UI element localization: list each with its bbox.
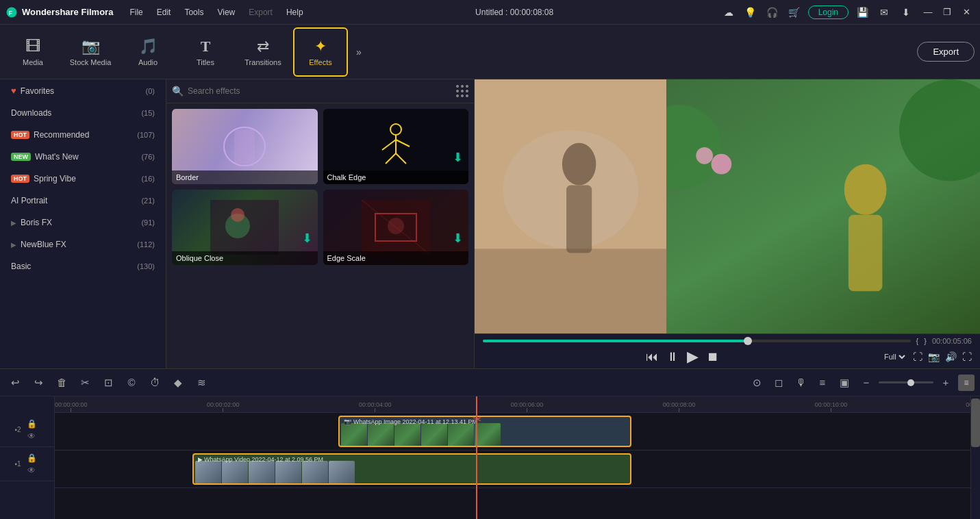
lock-icon[interactable]: 🔒 xyxy=(27,419,37,429)
sidebar-item-count: (130) xyxy=(137,262,155,270)
zoom-in-icon[interactable]: + xyxy=(936,373,955,392)
search-input[interactable] xyxy=(188,86,452,96)
export-button[interactable]: Export xyxy=(917,42,975,62)
menu-export[interactable]: Export xyxy=(243,6,278,18)
download-icon[interactable]: ⬇ xyxy=(453,231,463,246)
timeline-right-controls: ⊙ ◻ 🎙 ≡ ▣ − + ≡ xyxy=(747,373,975,392)
sidebar-item-spring-vibe[interactable]: HOT Spring Vibe (16) xyxy=(3,168,163,189)
redo-button[interactable]: ↪ xyxy=(29,373,48,392)
sidebar-item-boris-fx[interactable]: ▶ Boris FX (91) xyxy=(3,212,163,233)
playback-controls: ⏮ ⏸ ▶ ⏹ xyxy=(483,348,881,366)
quality-select[interactable]: Full 1/2 1/4 xyxy=(881,352,907,362)
menu-edit[interactable]: Edit xyxy=(151,6,177,18)
maximize-button[interactable]: ❐ xyxy=(939,4,955,21)
sidebar-item-basic[interactable]: Basic (130) xyxy=(3,256,163,277)
effect-card-chalk-edge[interactable]: ⬇ Chalk Edge xyxy=(323,109,469,184)
bracket-open: { xyxy=(916,337,919,345)
download-icon[interactable]: ⬇ xyxy=(453,150,463,165)
volume-icon[interactable]: 🔊 xyxy=(945,351,957,362)
download-icon[interactable]: ⬇ xyxy=(302,231,312,246)
sidebar-item-count: (91) xyxy=(141,218,155,227)
stop-button[interactable]: ⏹ xyxy=(707,350,719,364)
ruler-spacer xyxy=(0,396,54,413)
menu-view[interactable]: View xyxy=(212,6,240,18)
play-button[interactable]: ▶ xyxy=(687,348,699,366)
effects-search-bar: 🔍 xyxy=(166,79,474,103)
sidebar-item-ai-portrait[interactable]: AI Portrait (21) xyxy=(3,190,163,211)
download-icon[interactable]: ⬇ xyxy=(898,4,914,21)
bracket-close: } xyxy=(924,337,927,345)
eye-icon[interactable]: 👁 xyxy=(27,431,36,441)
sidebar-item-recommended[interactable]: HOT Recommended (107) xyxy=(3,125,163,145)
svg-point-16 xyxy=(388,218,404,234)
toolbar-expand[interactable]: » xyxy=(351,47,367,58)
mic-icon[interactable]: 🎙 xyxy=(791,373,810,392)
undo-button[interactable]: ↩ xyxy=(5,373,25,392)
search-icon: 🔍 xyxy=(172,86,184,97)
side-scrollbar-thumb[interactable] xyxy=(971,398,980,448)
save-icon[interactable]: 💾 xyxy=(854,4,870,21)
delete-button[interactable]: 🗑 xyxy=(52,373,71,392)
effect-card-border[interactable]: Border xyxy=(172,109,318,184)
crop-button[interactable]: ⊡ xyxy=(99,373,118,392)
titles-tool[interactable]: T Titles xyxy=(178,27,233,77)
track-1-index: ▪1 xyxy=(14,460,21,468)
caption-icon[interactable]: ≡ xyxy=(813,373,832,392)
timeline-clip-image[interactable]: 📷 WhatsApp Image 2022-04-11 at 12.13.41 … xyxy=(338,416,631,447)
zoom-out-icon[interactable]: − xyxy=(857,373,876,392)
ruler-tick: 00:00:12:00 xyxy=(966,401,970,412)
lock-icon[interactable]: 🔒 xyxy=(27,453,37,463)
heart-icon: ♥ xyxy=(11,86,16,96)
bulb-icon[interactable]: 💡 xyxy=(742,4,759,21)
media-tool[interactable]: 🎞 Media xyxy=(5,27,60,77)
headset-icon[interactable]: 🎧 xyxy=(764,4,781,21)
effects-grid: Border ⬇ Chalk Edge xyxy=(166,103,474,270)
step-back-button[interactable]: ⏸ xyxy=(666,350,679,364)
skip-back-button[interactable]: ⏮ xyxy=(646,350,658,364)
sidebar-item-newblue-fx[interactable]: ▶ NewBlue FX (112) xyxy=(3,234,163,255)
zoom-slider[interactable] xyxy=(879,381,933,383)
progress-bar[interactable] xyxy=(483,340,911,342)
audio-button[interactable]: ≋ xyxy=(192,373,211,392)
close-button[interactable]: ✕ xyxy=(958,4,975,21)
view-toggle[interactable]: ≡ xyxy=(958,375,975,391)
copy-button[interactable]: © xyxy=(122,373,141,392)
marker-button[interactable]: ◆ xyxy=(168,373,188,392)
svg-point-27 xyxy=(696,147,714,164)
transitions-tool[interactable]: ⇄ Transitions xyxy=(236,27,290,77)
cut-button[interactable]: ✂ xyxy=(75,373,95,392)
menu-tools[interactable]: Tools xyxy=(179,6,209,18)
menu-help[interactable]: Help xyxy=(281,6,309,18)
timeline-side-scrollbar[interactable] xyxy=(970,396,980,519)
shield-icon[interactable]: ◻ xyxy=(769,373,788,392)
timeline-clip-video[interactable]: ▶ WhatsApp Video 2022-04-12 at 2.09.56 P… xyxy=(192,453,632,485)
svg-text:F: F xyxy=(9,9,13,16)
timer-button[interactable]: ⏱ xyxy=(145,373,164,392)
fullscreen-icon[interactable]: ⛶ xyxy=(913,351,922,362)
login-button[interactable]: Login xyxy=(808,5,849,19)
menu-file[interactable]: File xyxy=(124,6,148,18)
cloud-icon[interactable]: ☁ xyxy=(720,4,737,21)
audio-tool[interactable]: 🎵 Audio xyxy=(121,27,175,77)
mail-icon[interactable]: ✉ xyxy=(876,4,892,21)
minimize-button[interactable]: — xyxy=(920,4,936,21)
sidebar-item-favorites[interactable]: ♥ Favorites (0) xyxy=(3,80,163,101)
scene-detect-icon[interactable]: ⊙ xyxy=(747,373,766,392)
settings-icon[interactable]: ⛶ xyxy=(962,351,972,362)
pip-icon[interactable]: ▣ xyxy=(835,373,854,392)
eye-icon[interactable]: 👁 xyxy=(27,466,36,475)
screenshot-icon[interactable]: 📷 xyxy=(928,351,940,362)
grid-view-icon[interactable] xyxy=(456,85,468,97)
effect-card-oblique-close[interactable]: ⬇ Oblique Close xyxy=(172,190,318,265)
sidebar-item-whats-new[interactable]: NEW What's New (76) xyxy=(3,147,163,167)
cart-icon[interactable]: 🛒 xyxy=(786,4,803,21)
effect-card-edge-scale[interactable]: ⬇ Edge Scale xyxy=(323,190,469,265)
sidebar-item-downloads[interactable]: Downloads (15) xyxy=(3,103,163,123)
hot-badge: HOT xyxy=(11,131,29,139)
effects-tool[interactable]: ✦ Effects xyxy=(293,27,348,77)
stock-media-tool[interactable]: 📷 Stock Media xyxy=(63,27,118,77)
app-name: Wondershare Filmora xyxy=(22,7,113,17)
ruler-tick: 00:00:10:00 xyxy=(815,401,848,412)
effects-label: Effects xyxy=(309,58,331,66)
clip-label: 📷 WhatsApp Image 2022-04-11 at 12.13.41 … xyxy=(344,418,477,425)
